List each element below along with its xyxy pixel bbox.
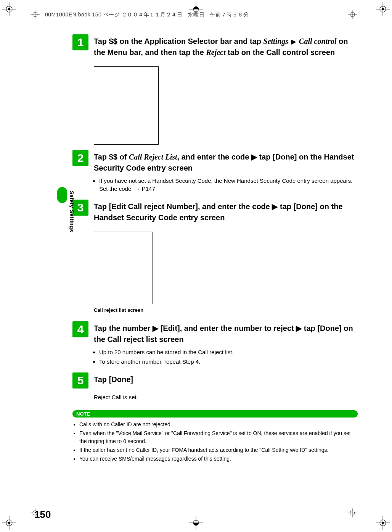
text: tab on the Call control screen bbox=[226, 48, 335, 56]
text-italic: Call control bbox=[299, 37, 336, 45]
note-item: Calls with no Caller ID are not rejected… bbox=[79, 421, 358, 428]
text: Tap $$ on the Application Selector bar a… bbox=[94, 37, 263, 45]
crop-mark-icon bbox=[376, 516, 390, 530]
step-title: Tap $$ on the Application Selector bar a… bbox=[94, 36, 358, 58]
step-number: 2 bbox=[72, 150, 88, 166]
step-4: 4 Tap the number ▶ [Edit], and enter the… bbox=[72, 321, 358, 367]
step-number: 5 bbox=[72, 372, 88, 389]
step-body: Tap [Edit Call reject Number], and enter… bbox=[94, 200, 358, 226]
crop-mark-icon bbox=[189, 2, 203, 16]
register-mark-icon bbox=[31, 508, 44, 522]
crop-mark-icon bbox=[189, 516, 203, 530]
note-item: You can receive SMS/email messages regar… bbox=[79, 455, 358, 463]
note-item: Even when the "Voice Mail Service" or "C… bbox=[79, 429, 358, 445]
step-3: 3 Tap [Edit Call reject Number], and ent… bbox=[72, 200, 358, 226]
text: Tap [Done] bbox=[94, 375, 133, 384]
running-header: 00M1000EN.book 150 ページ ２００４年１１月２４日 水曜日 午… bbox=[45, 11, 249, 18]
register-mark-icon bbox=[348, 508, 361, 522]
step-title: Tap [Done] bbox=[94, 374, 358, 385]
bullet: If you have not set a Handset Security C… bbox=[99, 177, 358, 193]
step-1: 1 Tap $$ on the Application Selector bar… bbox=[72, 34, 358, 61]
screenshot-placeholder-2 bbox=[94, 232, 153, 304]
note-label: NOTE bbox=[76, 411, 90, 417]
step-bullets: Up to 20 numbers can be stored in the Ca… bbox=[94, 348, 358, 366]
step-body: Tap $$ of Call Reject List, and enter th… bbox=[94, 150, 358, 194]
note-item: If the caller has sent no Caller ID, you… bbox=[79, 446, 358, 454]
crop-mark-icon bbox=[2, 516, 16, 530]
note-header: NOTE bbox=[72, 410, 358, 418]
step-5: 5 Tap [Done] bbox=[72, 372, 358, 389]
register-mark-icon bbox=[348, 10, 361, 24]
step-number: 4 bbox=[72, 321, 88, 337]
content: Safety Settings 1 Tap $$ on the Applicat… bbox=[72, 34, 358, 505]
text: Tap [Edit Call reject Number], and enter… bbox=[94, 202, 342, 222]
step-bullets: If you have not set a Handset Security C… bbox=[94, 177, 358, 193]
step-title: Tap the number ▶ [Edit], and enter the n… bbox=[94, 323, 358, 345]
side-tab-label: Safety Settings bbox=[69, 191, 75, 232]
crop-mark-icon bbox=[376, 2, 390, 16]
register-mark-icon bbox=[31, 10, 44, 24]
side-tab bbox=[57, 187, 67, 203]
step-subtext: Reject Call is set. bbox=[94, 394, 358, 400]
text-italic: Reject bbox=[206, 48, 225, 56]
text-italic: Call Reject List bbox=[129, 153, 177, 161]
step-2: 2 Tap $$ of Call Reject List, and enter … bbox=[72, 150, 358, 194]
bullet: To store another number, repeat Step 4. bbox=[99, 358, 358, 366]
step-body: Tap [Done] bbox=[94, 372, 358, 388]
text-italic: Settings bbox=[263, 37, 289, 45]
step-title: Tap [Edit Call reject Number], and enter… bbox=[94, 201, 358, 223]
crop-mark-icon bbox=[2, 2, 16, 16]
step-number: 1 bbox=[72, 34, 88, 50]
step-number: 3 bbox=[72, 200, 88, 216]
bullet: Up to 20 numbers can be stored in the Ca… bbox=[99, 348, 358, 356]
screenshot-caption: Call reject list screen bbox=[94, 307, 358, 313]
page-container: 00M1000EN.book 150 ページ ２００４年１１月２４日 水曜日 午… bbox=[34, 8, 358, 521]
note-list: Calls with no Caller ID are not rejected… bbox=[72, 421, 358, 463]
step-title: Tap $$ of Call Reject List, and enter th… bbox=[94, 152, 358, 174]
text: Tap $$ of bbox=[94, 153, 129, 161]
arrow-icon: ▶ bbox=[289, 38, 298, 45]
screenshot-placeholder-1 bbox=[94, 66, 159, 145]
step-body: Tap $$ on the Application Selector bar a… bbox=[94, 34, 358, 61]
text: Tap the number ▶ [Edit], and enter the n… bbox=[94, 324, 353, 343]
step-body: Tap the number ▶ [Edit], and enter the n… bbox=[94, 321, 358, 367]
